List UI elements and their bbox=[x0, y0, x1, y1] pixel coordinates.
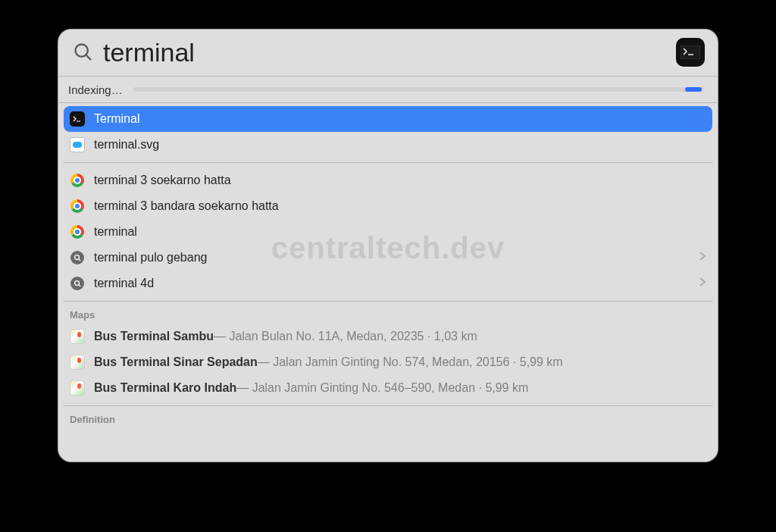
indexing-progress bbox=[133, 87, 703, 92]
result-label: terminal 4d bbox=[94, 277, 154, 290]
maps-icon bbox=[70, 380, 85, 396]
result-maps[interactable]: Bus Terminal Sinar Sepadan — Jalan Jamin… bbox=[64, 349, 712, 375]
indexing-row: Indexing… bbox=[58, 77, 718, 102]
chrome-icon bbox=[70, 173, 85, 188]
chrome-icon bbox=[70, 224, 85, 239]
search-input[interactable] bbox=[102, 37, 676, 68]
section-divider bbox=[64, 301, 712, 302]
svg-line-6 bbox=[78, 258, 80, 260]
svg-point-7 bbox=[74, 280, 79, 285]
maps-title: Bus Terminal Karo Indah bbox=[94, 381, 236, 395]
section-header-definition: Definition bbox=[64, 411, 712, 428]
chevron-right-icon bbox=[699, 251, 706, 264]
svg-line-8 bbox=[78, 284, 80, 286]
maps-detail: — Jalan Jamin Ginting No. 574, Medan, 20… bbox=[258, 355, 563, 369]
terminal-app-icon bbox=[70, 111, 85, 127]
result-web-suggestion[interactable]: terminal 3 soekarno hatta bbox=[64, 167, 712, 193]
search-row bbox=[58, 29, 718, 76]
chevron-right-icon bbox=[699, 277, 706, 290]
maps-title: Bus Terminal Sinar Sepadan bbox=[94, 355, 258, 369]
result-web-suggestion[interactable]: terminal bbox=[64, 219, 712, 245]
maps-title: Bus Terminal Sambu bbox=[94, 330, 214, 343]
maps-detail: — Jalan Bulan No. 11A, Medan, 20235 · 1,… bbox=[214, 330, 477, 343]
svg-line-1 bbox=[86, 55, 91, 60]
maps-detail: — Jalan Jamin Ginting No. 546–590, Medan… bbox=[236, 381, 528, 395]
spotlight-panel: Indexing… Terminal terminal.svg terminal… bbox=[58, 29, 718, 462]
result-file-terminal-svg[interactable]: terminal.svg bbox=[64, 132, 712, 158]
result-label: terminal pulo gebang bbox=[94, 251, 207, 264]
document-icon bbox=[70, 137, 85, 152]
search-suggestion-icon bbox=[70, 250, 85, 265]
svg-rect-2 bbox=[681, 45, 700, 59]
results-list: Terminal terminal.svg terminal 3 soekarn… bbox=[58, 103, 718, 428]
section-divider bbox=[64, 162, 712, 163]
chrome-icon bbox=[70, 199, 85, 214]
maps-icon bbox=[70, 329, 85, 344]
result-label: terminal 3 soekarno hatta bbox=[94, 174, 231, 187]
svg-point-5 bbox=[74, 255, 79, 259]
section-divider bbox=[64, 405, 712, 406]
search-icon bbox=[73, 42, 94, 63]
result-maps[interactable]: Bus Terminal Sambu — Jalan Bulan No. 11A… bbox=[64, 324, 712, 349]
indexing-label: Indexing… bbox=[68, 83, 123, 96]
result-web-suggestion[interactable]: terminal pulo gebang bbox=[64, 245, 712, 271]
result-web-suggestion[interactable]: terminal 3 bandara soekarno hatta bbox=[64, 193, 712, 219]
result-maps[interactable]: Bus Terminal Karo Indah — Jalan Jamin Gi… bbox=[64, 375, 712, 401]
indexing-progress-fill bbox=[685, 87, 702, 92]
result-top-hit-terminal[interactable]: Terminal bbox=[64, 106, 712, 132]
result-web-suggestion[interactable]: terminal 4d bbox=[64, 271, 712, 296]
result-label: terminal bbox=[94, 225, 137, 239]
search-suggestion-icon bbox=[70, 276, 85, 291]
result-label: Terminal bbox=[94, 112, 139, 126]
maps-icon bbox=[70, 355, 85, 370]
result-label: terminal.svg bbox=[94, 138, 159, 152]
result-label: terminal 3 bandara soekarno hatta bbox=[94, 199, 279, 213]
section-header-maps: Maps bbox=[64, 306, 712, 324]
top-hit-app-icon[interactable] bbox=[676, 38, 705, 67]
